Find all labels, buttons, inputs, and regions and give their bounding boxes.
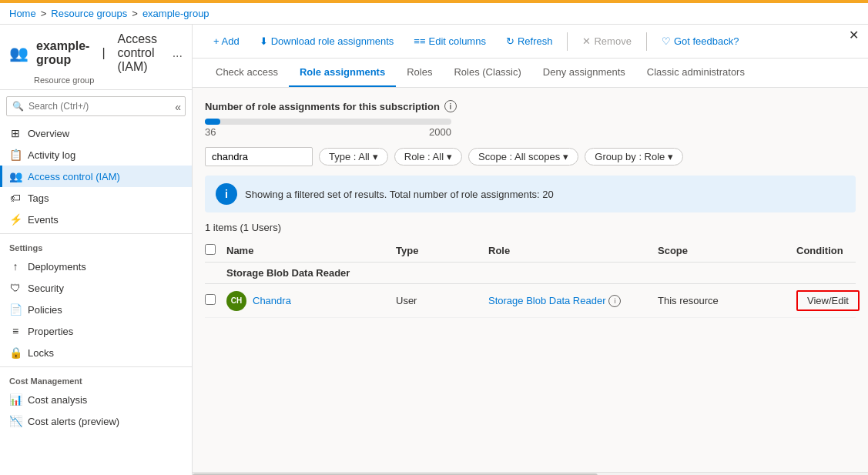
nav-security[interactable]: 🛡 Security <box>0 277 192 299</box>
search-container: 🔍 « <box>6 96 186 116</box>
section-info-icon[interactable]: i <box>444 100 457 112</box>
progress-bar-background <box>205 119 451 125</box>
group-by-filter-chip[interactable]: Group by : Role ▾ <box>585 148 683 166</box>
th-condition: Condition <box>796 245 856 256</box>
nav-overview[interactable]: ⊞ Overview <box>0 122 192 144</box>
progress-labels: 36 2000 <box>205 126 451 138</box>
sidebar-title-row: 👥 example-group | Access control (IAM) .… <box>9 32 183 74</box>
nav-events[interactable]: ⚡ Events <box>0 209 192 230</box>
overview-label: Overview <box>28 128 69 139</box>
breadcrumb-sep-1: > <box>41 8 47 19</box>
th-role: Role <box>488 245 658 256</box>
feedback-button[interactable]: ♡ Got feedback? <box>653 31 748 52</box>
scope-filter-chevron: ▾ <box>563 151 568 162</box>
tab-roles-classic[interactable]: Roles (Classic) <box>443 59 531 87</box>
close-button[interactable]: ✕ <box>849 28 859 42</box>
nav-properties[interactable]: ≡ Properties <box>0 320 192 342</box>
nav-access-control[interactable]: 👥 Access control (IAM) <box>0 166 192 187</box>
toolbar: + Add ⬇ Download role assignments ≡≡ Edi… <box>193 25 868 59</box>
body-content: Number of role assignments for this subs… <box>193 88 868 472</box>
horizontal-scrollbar[interactable] <box>193 472 868 475</box>
edit-columns-button[interactable]: ≡≡ Edit columns <box>405 31 494 52</box>
cost-management-section-label: Cost Management <box>0 370 192 389</box>
select-all-checkbox[interactable] <box>205 244 216 255</box>
resource-name: example-group <box>36 39 89 67</box>
add-button[interactable]: + Add <box>205 31 248 52</box>
table-row: CH Chandra User Storage Blob Data Reader… <box>205 284 856 318</box>
row-scope-cell: This resource <box>658 295 796 306</box>
activity-log-icon: 📋 <box>9 149 22 161</box>
deployments-label: Deployments <box>28 261 86 273</box>
table-header: Name Type Role Scope Condition <box>205 239 856 263</box>
user-name-link[interactable]: Chandra <box>253 295 291 306</box>
progress-bar-fill <box>205 119 220 125</box>
progress-max-label: 2000 <box>429 126 451 138</box>
progress-min-label: 36 <box>205 126 216 138</box>
locks-icon: 🔒 <box>9 346 22 359</box>
search-filter-input[interactable] <box>205 147 313 166</box>
cost-alerts-label: Cost alerts (preview) <box>28 416 119 427</box>
nav-deployments[interactable]: ↑ Deployments <box>0 256 192 277</box>
sidebar-header: 👥 example-group | Access control (IAM) .… <box>0 25 192 90</box>
toolbar-separator <box>567 32 568 51</box>
type-filter-chip[interactable]: Type : All ▾ <box>319 148 388 166</box>
main-content: + Add ⬇ Download role assignments ≡≡ Edi… <box>193 25 868 475</box>
events-label: Events <box>28 214 59 226</box>
row-checkbox-cell <box>205 294 226 307</box>
breadcrumb-home[interactable]: Home <box>9 8 36 19</box>
cost-analysis-icon: 📊 <box>9 393 22 406</box>
row-name-cell: CH Chandra <box>226 291 396 311</box>
row-checkbox[interactable] <box>205 294 216 305</box>
progress-bar-container: 36 2000 <box>205 119 856 138</box>
nav-tags[interactable]: 🏷 Tags <box>0 187 192 209</box>
remove-button[interactable]: ✕ Remove <box>574 31 639 52</box>
download-icon: ⬇ <box>260 35 268 47</box>
tab-check-access[interactable]: Check access <box>205 59 289 87</box>
events-icon: ⚡ <box>9 213 22 226</box>
tab-roles[interactable]: Roles <box>396 59 443 87</box>
role-info-icon[interactable]: i <box>608 295 621 307</box>
overview-icon: ⊞ <box>9 127 22 139</box>
role-filter-chip[interactable]: Role : All ▾ <box>394 148 462 166</box>
nav-activity-log[interactable]: 📋 Activity log <box>0 144 192 166</box>
nav-locks[interactable]: 🔒 Locks <box>0 342 192 363</box>
nav-cost-analysis[interactable]: 📊 Cost analysis <box>0 389 192 410</box>
nav-policies[interactable]: 📄 Policies <box>0 299 192 320</box>
settings-section-label: Settings <box>0 237 192 256</box>
tab-deny-assignments[interactable]: Deny assignments <box>532 59 636 87</box>
download-button[interactable]: ⬇ Download role assignments <box>251 31 403 52</box>
row-type-cell: User <box>396 295 488 306</box>
info-banner: i Showing a filtered set of results. Tot… <box>205 176 856 212</box>
security-icon: 🛡 <box>9 282 22 294</box>
tab-classic-admins[interactable]: Classic administrators <box>636 59 756 87</box>
sidebar-header-icon: 👥 <box>9 44 28 62</box>
search-icon: 🔍 <box>12 101 24 112</box>
breadcrumb: Home > Resource groups > example-group <box>0 3 868 25</box>
th-scope: Scope <box>658 245 796 256</box>
activity-log-label: Activity log <box>28 149 75 161</box>
refresh-button[interactable]: ↻ Refresh <box>498 31 561 52</box>
scope-filter-chip[interactable]: Scope : All scopes ▾ <box>468 148 578 166</box>
collapse-sidebar-button[interactable]: « <box>175 101 181 113</box>
tab-role-assignments[interactable]: Role assignments <box>289 59 396 87</box>
nav-cost-alerts[interactable]: 📉 Cost alerts (preview) <box>0 410 192 432</box>
group-row: Storage Blob Data Reader <box>205 263 856 284</box>
type-filter-chevron: ▾ <box>373 151 378 162</box>
cost-alerts-icon: 📉 <box>9 415 22 427</box>
row-role-cell: Storage Blob Data Reader i <box>488 295 658 307</box>
group-by-chevron: ▾ <box>668 151 673 162</box>
info-banner-icon: i <box>216 183 237 205</box>
role-link[interactable]: Storage Blob Data Reader i <box>488 295 658 307</box>
th-checkbox <box>205 244 226 257</box>
breadcrumb-example-group[interactable]: example-group <box>142 8 209 19</box>
header-dots-menu[interactable]: ... <box>173 46 183 60</box>
th-name: Name <box>226 245 396 256</box>
search-input[interactable] <box>6 96 186 116</box>
view-edit-button[interactable]: View/Edit <box>796 290 860 311</box>
policies-icon: 📄 <box>9 303 22 316</box>
cost-analysis-label: Cost analysis <box>28 394 87 406</box>
breadcrumb-resource-groups[interactable]: Resource groups <box>51 8 127 19</box>
main-container: 👥 example-group | Access control (IAM) .… <box>0 25 868 475</box>
page-name: Access control (IAM) <box>118 32 160 74</box>
feedback-icon: ♡ <box>662 35 671 47</box>
